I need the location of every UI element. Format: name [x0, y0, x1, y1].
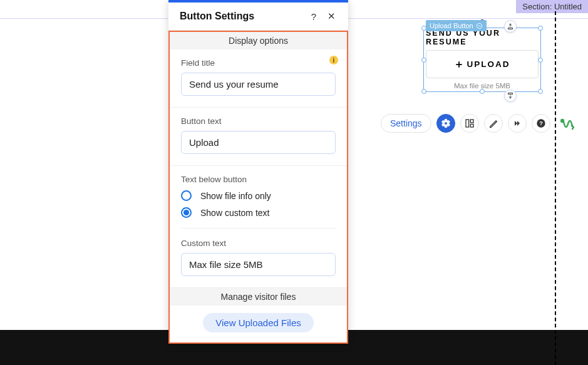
- panel-body: Display options i Field title Button tex…: [168, 31, 348, 344]
- resize-handle[interactable]: [538, 58, 543, 63]
- gear-icon[interactable]: [436, 114, 455, 133]
- animation-icon[interactable]: [508, 114, 527, 133]
- radio-file-info-label: Show file info only: [200, 191, 271, 201]
- element-chip[interactable]: Upload Button: [426, 20, 487, 31]
- pin-icon[interactable]: [504, 20, 517, 33]
- resize-handle[interactable]: [480, 89, 485, 94]
- pin-icon[interactable]: [504, 90, 517, 102]
- divider: [181, 228, 336, 229]
- floating-toolbar: Settings ?: [381, 114, 550, 133]
- layout-icon[interactable]: [460, 114, 479, 133]
- view-uploaded-files-button[interactable]: View Uploaded Files: [203, 313, 313, 332]
- design-icon[interactable]: [484, 114, 503, 133]
- resize-handle[interactable]: [538, 26, 543, 31]
- radio-file-info[interactable]: Show file info only: [181, 190, 336, 201]
- button-text-group: Button text: [170, 108, 347, 166]
- upload-below-text: Max file size 5MB: [426, 82, 539, 90]
- button-text-input[interactable]: [181, 131, 336, 154]
- svg-rect-2: [470, 124, 473, 127]
- custom-text-label: Custom text: [181, 239, 336, 248]
- view-files-wrap: View Uploaded Files: [170, 306, 347, 342]
- upload-button[interactable]: UPLOAD: [426, 50, 539, 78]
- custom-text-input[interactable]: [181, 253, 336, 276]
- info-icon[interactable]: i: [329, 56, 338, 64]
- panel-title: Button Settings: [180, 11, 302, 22]
- svg-rect-0: [466, 120, 469, 127]
- resize-handle[interactable]: [421, 89, 426, 94]
- field-title-group: i Field title: [170, 49, 347, 108]
- connector-icon[interactable]: [560, 116, 575, 134]
- text-below-label: Text below button: [181, 175, 336, 184]
- resize-handle[interactable]: [538, 89, 543, 94]
- display-options-header: Display options: [170, 32, 347, 49]
- manage-files-header: Manage visitor files: [170, 288, 347, 306]
- field-title-label: Field title: [181, 58, 336, 68]
- panel-header: Button Settings ? ✕: [168, 3, 348, 31]
- upload-button-label: UPLOAD: [467, 59, 510, 69]
- upload-button-element[interactable]: Upload Button Send us your resume UPLOAD…: [426, 25, 539, 90]
- panel-help-icon[interactable]: ?: [308, 11, 319, 22]
- svg-text:?: ?: [539, 120, 543, 126]
- radio-custom-text-label: Show custom text: [200, 208, 270, 218]
- close-icon[interactable]: ✕: [326, 11, 337, 22]
- svg-rect-1: [470, 120, 473, 123]
- text-below-group: Text below button Show file info only Sh…: [170, 166, 347, 288]
- radio-icon: [181, 207, 192, 218]
- element-chip-label: Upload Button: [430, 22, 473, 29]
- button-text-label: Button text: [181, 116, 336, 126]
- radio-icon: [181, 190, 192, 201]
- svg-point-5: [561, 120, 564, 122]
- settings-button[interactable]: Settings: [381, 114, 431, 133]
- radio-custom-text[interactable]: Show custom text: [181, 207, 336, 218]
- upload-field-title: Send us your resume: [426, 29, 539, 46]
- section-badge[interactable]: Section: Untitled: [516, 0, 588, 13]
- field-title-input[interactable]: [181, 73, 336, 96]
- button-settings-panel: Button Settings ? ✕ Display options i Fi…: [168, 0, 348, 344]
- vertical-guide: [555, 11, 556, 365]
- help-icon[interactable]: ?: [532, 114, 550, 133]
